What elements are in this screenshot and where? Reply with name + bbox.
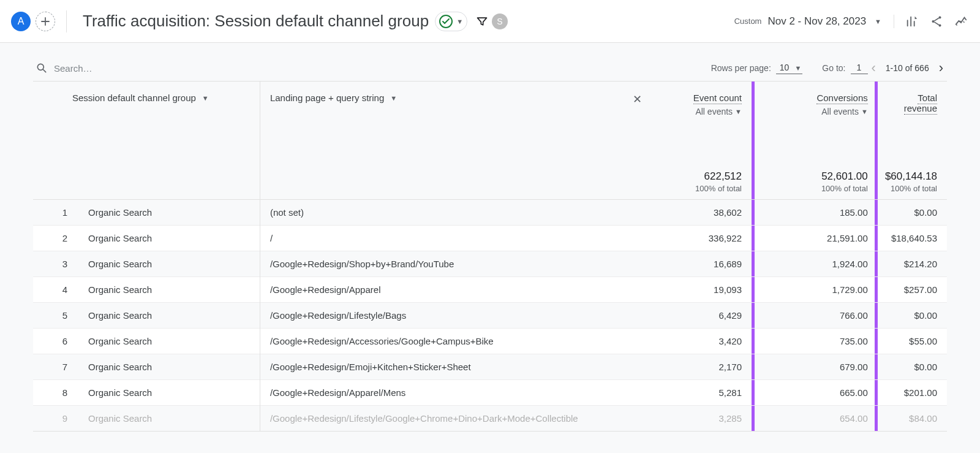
- column-header-landing-page: Landing page + query string ▼ ✕: [260, 82, 650, 199]
- secondary-dimension-select[interactable]: Landing page + query string ▼: [270, 93, 397, 103]
- highlight-border: [752, 82, 755, 199]
- cell-landing-page: /Google+Redesign/Apparel/Mens: [260, 379, 650, 405]
- cell-landing-page: /Google+Redesign/Emoji+Kitchen+Sticker+S…: [260, 354, 650, 379]
- cell-conversions: 1,729.00: [752, 276, 878, 302]
- highlight-border: [752, 251, 755, 276]
- highlight-border: [875, 380, 878, 405]
- table-row[interactable]: 9Organic Search/Google+Redesign/Lifestyl…: [33, 405, 947, 431]
- cell-event-count: 3,420: [650, 328, 752, 354]
- cell-revenue: $0.00: [878, 354, 947, 379]
- table-toolbar: Rows per page: 10 ▼ Go to: 1 ‹ 1-10 of 6…: [33, 55, 947, 82]
- check-circle-icon: [439, 15, 453, 28]
- cell-channel-group: 3Organic Search: [33, 251, 260, 276]
- cell-revenue: $201.00: [878, 379, 947, 405]
- channel-group-value: Organic Search: [88, 362, 152, 372]
- table-row[interactable]: 5Organic Search/Google+Redesign/Lifestyl…: [33, 302, 947, 328]
- channel-group-value: Organic Search: [88, 259, 152, 269]
- customize-report-icon[interactable]: [905, 15, 919, 28]
- cell-event-count: 6,429: [650, 302, 752, 328]
- date-range-value: Nov 2 - Nov 28, 2023: [767, 15, 866, 28]
- prev-page-button[interactable]: ‹: [868, 60, 880, 76]
- data-table: Session default channel group ▼ Landing …: [33, 82, 947, 431]
- date-range-picker[interactable]: Nov 2 - Nov 28, 2023 ▼: [767, 15, 881, 28]
- highlight-border: [875, 329, 878, 354]
- conversions-total: 52,601.00: [821, 170, 868, 183]
- channel-group-value: Organic Search: [88, 284, 152, 295]
- highlight-border: [752, 354, 755, 379]
- table-row[interactable]: 6Organic Search/Google+Redesign/Accessor…: [33, 328, 947, 354]
- table-row[interactable]: 3Organic Search/Google+Redesign/Shop+by+…: [33, 251, 947, 276]
- cell-event-count: 19,093: [650, 276, 752, 302]
- caret-down-icon: ▼: [456, 18, 463, 25]
- cell-channel-group: 8Organic Search: [33, 379, 260, 405]
- share-icon[interactable]: [930, 15, 943, 28]
- segment-chip[interactable]: S: [492, 13, 508, 29]
- remove-dimension-button[interactable]: ✕: [633, 93, 642, 106]
- highlight-border: [875, 251, 878, 276]
- status-pill[interactable]: ▼: [435, 12, 467, 31]
- row-index: 6: [43, 336, 67, 346]
- cell-channel-group: 1Organic Search: [33, 199, 260, 225]
- cell-conversions: 665.00: [752, 379, 878, 405]
- caret-down-icon: ▼: [794, 64, 801, 72]
- table-row[interactable]: 1Organic Search(not set)38,602185.00$0.0…: [33, 199, 947, 225]
- page-info: 1-10 of 666: [886, 63, 929, 73]
- cell-landing-page: /Google+Redesign/Apparel: [260, 276, 650, 302]
- goto-input[interactable]: 1: [851, 63, 868, 74]
- revenue-pct: 100% of total: [885, 184, 937, 193]
- svg-point-3: [37, 64, 43, 70]
- cell-event-count: 336,922: [650, 225, 752, 251]
- header-bar: A Traffic acquisition: Session default c…: [0, 0, 980, 43]
- column-header-conversions[interactable]: Conversions All events ▼ 52,601.00 100% …: [752, 82, 878, 199]
- cell-channel-group: 6Organic Search: [33, 328, 260, 354]
- highlight-border: [752, 277, 755, 302]
- cell-conversions: 679.00: [752, 354, 878, 379]
- cell-conversions: 654.00: [752, 405, 878, 431]
- cell-revenue: $0.00: [878, 302, 947, 328]
- column-header-event-count[interactable]: Event count All events ▼ 622,512 100% of…: [650, 82, 752, 199]
- highlight-border: [875, 406, 878, 431]
- svg-point-1: [938, 16, 941, 18]
- page-title: Traffic acquisition: Session default cha…: [83, 12, 429, 31]
- cell-landing-page: /: [260, 225, 650, 251]
- event-filter-select[interactable]: All events ▼: [695, 107, 742, 116]
- highlight-border: [752, 329, 755, 354]
- next-page-button[interactable]: ›: [935, 60, 947, 76]
- cell-landing-page: (not set): [260, 199, 650, 225]
- highlight-border: [875, 303, 878, 328]
- table-row[interactable]: 4Organic Search/Google+Redesign/Apparel1…: [33, 276, 947, 302]
- column-header-revenue[interactable]: Total revenue $60,144.18 100% of total: [878, 82, 947, 199]
- cell-landing-page: /Google+Redesign/Shop+by+Brand/YouTube: [260, 251, 650, 276]
- rows-per-page-select[interactable]: 10 ▼: [776, 63, 803, 74]
- event-pct: 100% of total: [695, 184, 742, 193]
- highlight-border: [752, 303, 755, 328]
- highlight-border: [752, 380, 755, 405]
- search-input[interactable]: [54, 63, 238, 74]
- cell-channel-group: 4Organic Search: [33, 276, 260, 302]
- column-header-channel-group: Session default channel group ▼: [33, 82, 260, 199]
- conversion-filter-select[interactable]: All events ▼: [821, 107, 868, 116]
- cell-channel-group: 9Organic Search: [33, 405, 260, 431]
- revenue-total: $60,144.18: [885, 170, 937, 183]
- cell-event-count: 16,689: [650, 251, 752, 276]
- insights-icon[interactable]: [954, 15, 968, 28]
- filter-icon[interactable]: [476, 15, 488, 28]
- row-index: 9: [43, 413, 67, 424]
- primary-dimension-select[interactable]: Session default channel group ▼: [72, 93, 209, 103]
- cell-landing-page: /Google+Redesign/Lifestyle/Google+Chrome…: [260, 405, 650, 431]
- row-index: 4: [43, 284, 67, 295]
- cell-event-count: 2,170: [650, 354, 752, 379]
- channel-group-value: Organic Search: [88, 336, 152, 346]
- table-row[interactable]: 2Organic Search/336,92221,591.00$18,640.…: [33, 225, 947, 251]
- add-comparison-button[interactable]: [36, 12, 55, 31]
- highlight-border: [752, 200, 755, 225]
- cell-conversions: 185.00: [752, 199, 878, 225]
- table-row[interactable]: 7Organic Search/Google+Redesign/Emoji+Ki…: [33, 354, 947, 379]
- account-avatar[interactable]: A: [11, 12, 31, 31]
- cell-revenue: $18,640.53: [878, 225, 947, 251]
- table-row[interactable]: 8Organic Search/Google+Redesign/Apparel/…: [33, 379, 947, 405]
- cell-revenue: $55.00: [878, 328, 947, 354]
- row-index: 8: [43, 387, 67, 398]
- row-index: 3: [43, 259, 67, 269]
- highlight-border: [875, 354, 878, 379]
